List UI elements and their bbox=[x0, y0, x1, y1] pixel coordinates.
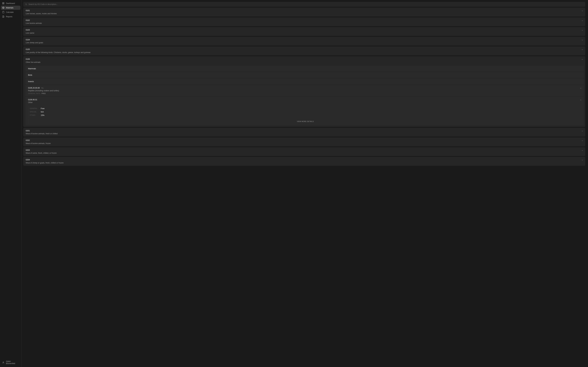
sidebar-item-label: Materials bbox=[6, 7, 13, 9]
main-content: 0101 Live horses, asses, mules and hinni… bbox=[21, 0, 588, 367]
svg-point-14 bbox=[3, 362, 4, 362]
category-code: 0202 bbox=[26, 139, 583, 142]
category-row[interactable]: 0103 Live swine bbox=[23, 27, 585, 36]
sidebar-item-materials[interactable]: Materials bbox=[1, 6, 20, 10]
sidebar-user[interactable]: Adam Blumenfeld bbox=[1, 359, 20, 366]
rate-value: N/A bbox=[41, 111, 44, 113]
search-bar bbox=[23, 2, 585, 7]
svg-rect-2 bbox=[2, 3, 3, 4]
category-desc: Live bovine animals bbox=[26, 22, 583, 24]
category-desc: Live swine bbox=[26, 32, 583, 34]
chevron-down-icon bbox=[581, 20, 583, 22]
chevron-down-icon bbox=[580, 87, 582, 89]
category-row[interactable]: 0101 Live horses, asses, mules and hinni… bbox=[23, 8, 585, 17]
box-icon bbox=[2, 7, 4, 9]
category-row[interactable]: 0105 Live poultry of the following kinds… bbox=[23, 47, 585, 55]
category-row[interactable]: 0202 Meat of bovine animals, frozen bbox=[23, 137, 585, 146]
rate-value: Free bbox=[42, 93, 46, 94]
category-code: 0204 bbox=[26, 159, 583, 161]
rate-row: General Free bbox=[30, 107, 581, 110]
chevron-down-icon bbox=[581, 130, 583, 132]
sidebar-item-dashboard[interactable]: Dashboard bbox=[1, 1, 20, 5]
category-code: 0101 bbox=[26, 9, 583, 12]
category-code: 0105 bbox=[26, 48, 583, 51]
chevron-up-icon bbox=[581, 58, 583, 60]
hs-item-row[interactable]: 0106.20.00.00 No. Reptiles (including sn… bbox=[26, 85, 584, 96]
hs-code: 0106.90.01 bbox=[28, 99, 37, 101]
category-code: 0102 bbox=[26, 19, 583, 22]
chevron-down-icon bbox=[581, 10, 583, 12]
subcategory-group[interactable]: Insects bbox=[26, 79, 584, 84]
subcategory-label: Insects bbox=[28, 80, 582, 83]
hs-rate-summary: General Rate: Free bbox=[28, 93, 582, 94]
chevron-down-icon bbox=[581, 140, 583, 142]
category-row-expanded[interactable]: 0106 Other live animals Mammals Birds In… bbox=[23, 56, 585, 127]
search-icon bbox=[25, 3, 27, 5]
category-code: 0106 bbox=[26, 58, 583, 60]
category-row[interactable]: 0201 Meat of bovine animals, fresh or ch… bbox=[23, 128, 585, 137]
subcategory-label: Birds bbox=[28, 74, 582, 76]
view-more-button[interactable]: View More Details bbox=[28, 119, 582, 124]
hs-details: General Free Special N/A Other 15% bbox=[26, 105, 584, 125]
svg-rect-0 bbox=[2, 2, 3, 3]
svg-line-16 bbox=[26, 5, 27, 5]
category-desc: Other live animals bbox=[26, 61, 583, 63]
rate-key: General Rate: bbox=[28, 93, 41, 94]
chevron-up-icon bbox=[580, 99, 582, 101]
category-row[interactable]: 0104 Live sheep and goats bbox=[23, 37, 585, 46]
user-icon bbox=[2, 361, 4, 364]
dashboard-icon bbox=[2, 2, 4, 4]
rates-table: General Free Special N/A Other 15% bbox=[28, 106, 582, 118]
category-desc: Meat of swine, fresh, chilled, or frozen bbox=[26, 152, 583, 154]
category-desc: Live sheep and goats bbox=[26, 42, 583, 44]
search-input[interactable] bbox=[23, 2, 585, 7]
svg-rect-1 bbox=[3, 2, 4, 3]
sidebar-nav: Dashboard Materials Calculate Reports bbox=[1, 1, 20, 359]
hs-item-row-expanded[interactable]: 0106.90.01 Other General Free bbox=[26, 97, 584, 125]
chevron-down-icon bbox=[581, 39, 583, 41]
category-code: 0104 bbox=[26, 39, 583, 41]
calculator-icon bbox=[2, 11, 4, 13]
category-desc: Meat of sheep or goats, fresh, chilled o… bbox=[26, 162, 583, 164]
hs-desc: Other bbox=[28, 101, 582, 104]
hs-code: 0106.20.00.00 bbox=[28, 87, 40, 89]
category-row[interactable]: 0204 Meat of sheep or goats, fresh, chil… bbox=[23, 157, 585, 166]
subcategory-group[interactable]: Mammals bbox=[26, 66, 584, 72]
chevron-down-icon bbox=[581, 29, 583, 31]
chevron-down-icon bbox=[581, 49, 583, 51]
rate-row: Special N/A bbox=[30, 110, 581, 114]
sidebar-item-label: Dashboard bbox=[6, 2, 15, 4]
sidebar-item-reports[interactable]: Reports bbox=[1, 15, 20, 19]
category-desc: Meat of bovine animals, fresh or chilled bbox=[26, 133, 583, 135]
rate-key: Special bbox=[30, 111, 41, 113]
sidebar: Dashboard Materials Calculate Reports bbox=[0, 0, 21, 367]
chevron-down-icon bbox=[581, 150, 583, 151]
subcategory-list: Mammals Birds Insects 0106.20.00.00 No. … bbox=[23, 65, 585, 127]
subcategory-label: Mammals bbox=[28, 67, 582, 70]
rate-row: Other 15% bbox=[30, 114, 581, 117]
category-code: 0201 bbox=[26, 130, 583, 132]
category-desc: Live poultry of the following kinds: Chi… bbox=[26, 51, 583, 53]
sidebar-item-calculate[interactable]: Calculate bbox=[1, 10, 20, 14]
sidebar-item-label: Calculate bbox=[6, 11, 14, 13]
rate-value: 15% bbox=[41, 114, 44, 116]
category-code: 0203 bbox=[26, 149, 583, 151]
user-name: Adam Blumenfeld bbox=[6, 360, 19, 365]
svg-rect-3 bbox=[3, 3, 4, 4]
file-icon bbox=[2, 16, 4, 18]
hs-unit: No. bbox=[41, 87, 44, 89]
sidebar-item-label: Reports bbox=[6, 16, 12, 18]
subcategory-group[interactable]: Birds bbox=[26, 72, 584, 78]
rate-key: General bbox=[30, 108, 41, 109]
category-row[interactable]: 0203 Meat of swine, fresh, chilled, or f… bbox=[23, 147, 585, 156]
svg-point-15 bbox=[26, 4, 27, 5]
category-code: 0103 bbox=[26, 29, 583, 31]
rate-value: Free bbox=[41, 108, 44, 110]
hs-desc: Reptiles (including snakes and turtles) bbox=[28, 90, 582, 92]
category-row[interactable]: 0102 Live bovine animals bbox=[23, 17, 585, 26]
category-desc: Meat of bovine animals, frozen bbox=[26, 142, 583, 144]
chevron-down-icon bbox=[581, 159, 583, 161]
category-desc: Live horses, asses, mules and hinnies bbox=[26, 13, 583, 15]
rate-key: Other bbox=[30, 114, 41, 116]
